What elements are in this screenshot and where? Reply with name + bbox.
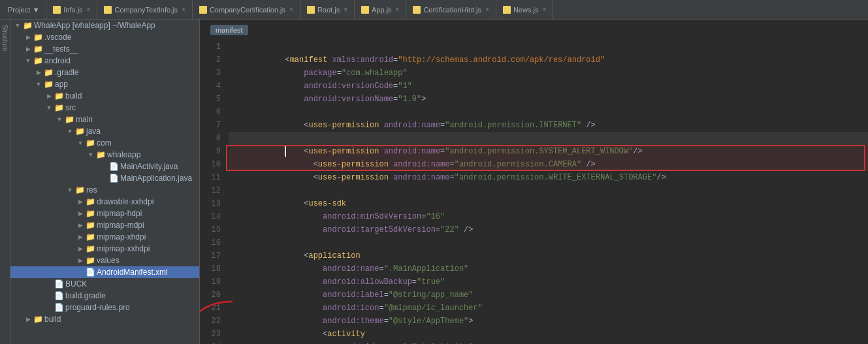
tree-mipmap-mdpi[interactable]: ▶ 📁 mipmap-mdpi [10, 219, 199, 231]
code-line-11 [229, 171, 868, 184]
folder-icon: 📁 [43, 80, 54, 89]
project-label: Project [8, 6, 30, 14]
tree-mipmap-hdpi[interactable]: ▶ 📁 mipmap-hdpi [10, 208, 199, 219]
project-dropdown-icon[interactable]: ▼ [31, 6, 40, 14]
code-line-17: android:name=".MainApplication" [229, 249, 868, 262]
folder-icon: 📁 [85, 197, 95, 206]
code-content[interactable]: <manifest xmlns:android="http://schemas.… [226, 40, 868, 344]
tree-java[interactable]: ▼ 📁 java [10, 125, 199, 137]
lightbulb-icon: 💡 [226, 132, 227, 145]
expand-icon: ▼ [13, 22, 22, 29]
expand-icon: ▼ [55, 116, 64, 123]
tab-js-icon [307, 6, 315, 14]
tree-res[interactable]: ▼ 📁 res [10, 184, 199, 196]
tree-tests[interactable]: ▶ 📁 __tests__ [10, 43, 199, 55]
tree-values[interactable]: ▶ 📁 values [10, 255, 199, 266]
expand-icon: ▶ [76, 198, 85, 205]
tree-buildgradle[interactable]: 📄 build.gradle [10, 290, 199, 302]
tab-root[interactable]: Root.js × [300, 0, 355, 19]
tree-mainactivity[interactable]: 📄 MainActivity.java [10, 161, 199, 172]
tab-js-icon [413, 6, 421, 14]
tree-mipmap-xxhdpi[interactable]: ▶ 📁 mipmap-xxhdpi [10, 243, 199, 255]
folder-icon: 📁 [33, 56, 43, 65]
tab-certificationhint-label: CertificationHint.js [423, 6, 481, 14]
tab-js-icon [53, 6, 61, 14]
code-area: 1 2 3 4 5 6 7 8 9 10 11 12 13 14 15 16 1… [200, 40, 868, 344]
ln12: 12 [200, 184, 221, 197]
tab-app[interactable]: App.js × [355, 0, 406, 19]
ln4: 4 [200, 80, 221, 93]
tree-build2[interactable]: ▶ 📁 build [10, 313, 199, 325]
tab-close-icon[interactable]: × [344, 6, 347, 13]
code-line-14: android:targetSdkVersion="22" /> [229, 210, 868, 223]
tab-js-icon [199, 6, 207, 14]
folder-icon: 📁 [95, 150, 106, 159]
tree-gradle[interactable]: ▶ 📁 .gradle [10, 67, 199, 78]
tree-android[interactable]: ▼ 📁 android [10, 55, 199, 67]
tab-companycert[interactable]: CompanyCertification.js × [193, 0, 300, 19]
code-line-7: 💡 <uses-permission android:name="android… [229, 119, 868, 132]
ln20: 20 [200, 289, 221, 302]
tree-proguard-label: proguard-rules.pro [65, 303, 130, 312]
expand-icon: ▼ [86, 151, 95, 158]
tree-build[interactable]: ▶ 📁 build [10, 90, 199, 102]
tab-companytextinfo-label: CompanyTextInfo.js [114, 6, 178, 14]
tab-close-icon[interactable]: × [485, 6, 489, 13]
ln14: 14 [200, 210, 221, 223]
expand-icon: ▼ [76, 140, 85, 146]
tree-main[interactable]: ▼ 📁 main [10, 114, 199, 125]
expand-icon: ▶ [24, 34, 33, 40]
code-line-3: android:versionCode="1" [229, 67, 868, 80]
tree-androidmanifest[interactable]: 📄 AndroidManifest.xml [10, 266, 199, 278]
tree-whaleapp2[interactable]: ▼ 📁 whaleapp [10, 149, 199, 161]
tree-drawable[interactable]: ▶ 📁 drawable-xxhdpi [10, 196, 199, 208]
tab-info[interactable]: Info.js × [46, 0, 97, 19]
tree-root[interactable]: ▼ 📁 WhaleApp [whaleapp] ~/WhaleApp [10, 20, 199, 31]
tab-companycert-label: CompanyCertification.js [210, 6, 285, 14]
tab-companytextinfo[interactable]: CompanyTextInfo.js × [97, 0, 192, 19]
tab-certificationhint[interactable]: CertificationHint.js × [406, 0, 496, 19]
tree-src[interactable]: ▼ 📁 src [10, 102, 199, 114]
tree-tests-label: __tests__ [44, 44, 78, 54]
project-icon: 📁 [22, 21, 33, 30]
code-line-6: <uses-permission android:name="android.p… [229, 106, 868, 119]
expand-icon: ▶ [34, 69, 43, 76]
tab-news[interactable]: News.js × [496, 0, 553, 19]
expand-icon: ▶ [76, 234, 85, 240]
tab-close-icon[interactable]: × [396, 6, 400, 13]
tree-drawable-label: drawable-xxhdpi [97, 197, 153, 206]
code-line-9: <uses-permission android:name="android.p… [229, 145, 868, 158]
tab-close-icon[interactable]: × [542, 6, 546, 13]
tree-vscode[interactable]: ▶ 📁 .vscode [10, 31, 199, 43]
tab-close-icon[interactable]: × [87, 6, 91, 13]
ln3: 3 [200, 67, 221, 80]
java-file-icon: 📄 [108, 174, 119, 183]
code-line-10: <uses-permission android:name="android.p… [229, 158, 868, 171]
tab-js-icon [104, 6, 112, 14]
code-line-13: android:minSdkVersion="16" [229, 197, 868, 210]
file-icon: 📄 [54, 279, 64, 289]
tree-buck[interactable]: 📄 BUCK [10, 278, 199, 290]
tree-mipmap-xhdpi[interactable]: ▶ 📁 mipmap-xhdpi [10, 231, 199, 243]
expand-icon: ▼ [44, 104, 54, 111]
ln10: 10 [200, 158, 221, 171]
folder-icon: 📁 [85, 138, 95, 148]
structure-tab[interactable]: Structure [0, 20, 10, 344]
tree-build2-label: build [44, 315, 61, 324]
ln6: 6 [200, 106, 221, 119]
ln2: 2 [200, 54, 221, 67]
project-panel-header[interactable]: Project ▼ [3, 0, 46, 19]
tab-close-icon[interactable]: × [289, 6, 293, 13]
tree-mipmap-xhdpi-label: mipmap-xhdpi [97, 232, 146, 242]
expand-icon: ▼ [24, 57, 33, 64]
ln16: 16 [200, 236, 221, 249]
tree-app[interactable]: ▼ 📁 app [10, 78, 199, 90]
tree-buildgradle-label: build.gradle [65, 291, 106, 300]
folder-icon: 📁 [85, 244, 95, 253]
tree-mainapplication[interactable]: 📄 MainApplication.java [10, 172, 199, 184]
code-editor[interactable]: manifest 1 2 3 4 5 6 7 8 9 10 11 12 13 1… [200, 20, 868, 344]
tree-proguard[interactable]: 📄 proguard-rules.pro [10, 302, 199, 313]
code-line-15 [229, 223, 868, 236]
tree-com[interactable]: ▼ 📁 com [10, 137, 199, 149]
tab-close-icon[interactable]: × [182, 6, 185, 13]
